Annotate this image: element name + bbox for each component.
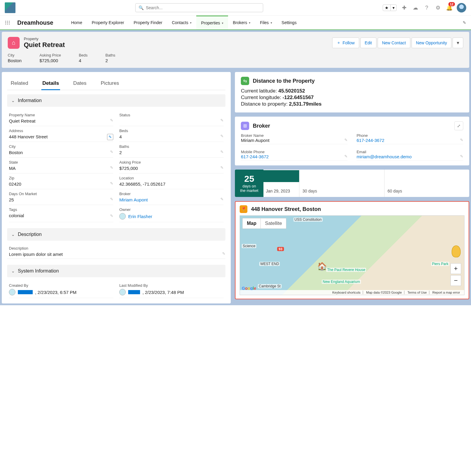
search-icon: 🔍 xyxy=(139,5,144,10)
dom-number: 25 xyxy=(244,174,254,184)
field-price: $725,000 xyxy=(119,166,224,171)
expand-button[interactable]: ⤢ xyxy=(454,121,463,130)
edit-icon[interactable]: ✎ xyxy=(110,150,113,154)
add-icon[interactable]: ✚ xyxy=(400,4,408,12)
edit-icon[interactable]: ✎ xyxy=(344,138,348,142)
edit-icon[interactable]: ✎ xyxy=(110,118,113,123)
record-name: Quiet Retreat xyxy=(24,41,65,49)
chevron-down-icon[interactable]: ▾ xyxy=(222,21,223,25)
terms-link[interactable]: Terms of Use xyxy=(407,291,429,294)
highlight-beds: 4 xyxy=(79,58,88,63)
nav-settings[interactable]: Settings xyxy=(277,16,302,29)
tab-related[interactable]: Related xyxy=(10,77,29,90)
object-label: Property xyxy=(24,37,65,41)
field-beds: 4 xyxy=(119,134,224,139)
zoom-out-button[interactable]: − xyxy=(450,275,461,286)
broker-card: ⊞Broker⤢ Broker NameMiriam Aupont✎ Phone… xyxy=(235,117,469,165)
tab-details[interactable]: Details xyxy=(41,77,60,90)
edit-icon[interactable]: ✎ xyxy=(110,181,113,186)
favorites-button[interactable]: ★▾ xyxy=(383,4,397,11)
tab-pictures[interactable]: Pictures xyxy=(100,77,120,90)
map-canvas[interactable]: MapSatellite USS Constitution Science WE… xyxy=(240,215,464,295)
chevron-down-icon: ⌄ xyxy=(11,269,15,273)
edit-icon[interactable]: ✎ xyxy=(460,154,463,159)
nav-contacts[interactable]: Contacts▾ xyxy=(167,16,196,29)
edit-icon[interactable]: ✎ xyxy=(110,214,113,218)
edit-icon[interactable]: ✎ xyxy=(220,197,224,201)
shortcuts-link[interactable]: Keyboard shortcuts xyxy=(332,291,363,294)
field-modified-by: , 2/23/2023, 7:48 PM xyxy=(119,289,224,295)
notification-badge: 12 xyxy=(448,2,455,6)
map-type-toggle[interactable]: MapSatellite xyxy=(242,218,286,229)
app-launcher-icon[interactable]: ⁝⁝⁝ xyxy=(5,19,10,26)
highlight-baths-label: Baths xyxy=(106,53,115,57)
nav-brokers[interactable]: Brokers▾ xyxy=(228,16,255,29)
app-logo[interactable] xyxy=(5,2,15,13)
notifications-button[interactable]: 🔔12 xyxy=(445,4,453,12)
map-view-button[interactable]: Map xyxy=(243,218,260,228)
section-information[interactable]: ⌄Information xyxy=(7,94,225,107)
follow-button[interactable]: ＋Follow xyxy=(332,37,359,48)
field-city: Boston xyxy=(9,150,113,155)
edit-icon[interactable]: ✎ xyxy=(220,134,224,138)
salesforce-icon[interactable]: ☁ xyxy=(412,4,419,12)
broker-email[interactable]: miriam@dreamhouse.demo xyxy=(357,154,463,159)
app-name: Dreamhouse xyxy=(17,19,53,26)
help-icon[interactable]: ? xyxy=(423,4,431,12)
edit-icon[interactable]: ✎ xyxy=(220,118,224,123)
satellite-view-button[interactable]: Satellite xyxy=(260,218,286,228)
zoom-in-button[interactable]: + xyxy=(450,263,461,274)
edit-icon[interactable]: ✎ xyxy=(110,165,113,170)
section-system[interactable]: ⌄System Information xyxy=(7,265,225,277)
chevron-down-icon[interactable]: ▾ xyxy=(390,5,396,11)
timeline-60: 60 days xyxy=(384,170,469,197)
broker-phone[interactable]: 617-244-3672 xyxy=(357,138,463,143)
tab-dates[interactable]: Dates xyxy=(72,77,87,90)
field-dom: 25 xyxy=(9,197,113,202)
search-input[interactable] xyxy=(146,5,260,10)
new-opportunity-button[interactable]: New Opportunity xyxy=(412,37,451,48)
chevron-down-icon[interactable]: ▾ xyxy=(271,21,272,24)
house-marker-icon[interactable]: 🏠 xyxy=(317,262,327,271)
edit-icon[interactable]: ✎ xyxy=(220,165,224,170)
longitude-value: -122.6451567 xyxy=(282,95,314,100)
owner-link[interactable]: Erin Flasher xyxy=(128,214,152,219)
pegman-icon[interactable] xyxy=(452,245,461,257)
global-search[interactable]: 🔍 xyxy=(135,3,263,12)
edit-icon[interactable]: ✎ xyxy=(220,150,224,154)
chevron-down-icon[interactable]: ▾ xyxy=(249,21,250,24)
report-link[interactable]: Report a map error xyxy=(432,291,462,294)
broker-mobile[interactable]: 617-244-3672 xyxy=(241,154,348,159)
distance-card: ⇆Distance to the Property Current latitu… xyxy=(235,72,469,112)
broker-name: Miriam Aupont xyxy=(241,138,348,143)
edit-icon[interactable]: ✎ xyxy=(110,197,113,201)
property-icon: ⌂ xyxy=(8,37,20,49)
more-actions-button[interactable]: ▼ xyxy=(453,37,463,48)
gear-icon[interactable]: ⚙ xyxy=(434,4,442,12)
field-zip: 02420 xyxy=(9,181,113,187)
edit-icon[interactable]: ✎ xyxy=(222,251,225,256)
nav-files[interactable]: Files▾ xyxy=(255,16,277,29)
chevron-down-icon[interactable]: ▾ xyxy=(190,21,191,24)
section-description[interactable]: ⌄Description xyxy=(7,228,225,241)
new-contact-button[interactable]: New Contact xyxy=(378,37,410,48)
edit-icon[interactable]: ✎ xyxy=(107,134,113,140)
edit-icon[interactable]: ✎ xyxy=(344,154,348,159)
field-created-by: , 2/23/2023, 6:57 PM xyxy=(9,289,113,295)
field-description: Lorem ipsum dolor sit amet xyxy=(9,252,224,257)
nav-property-explorer[interactable]: Property Explorer xyxy=(87,16,129,29)
avatar-icon xyxy=(9,289,15,295)
edit-nav-icon[interactable]: ✎ xyxy=(463,20,466,25)
highlight-beds-label: Beds xyxy=(79,53,88,57)
edit-button[interactable]: Edit xyxy=(360,37,376,48)
field-tags: colonial xyxy=(9,213,113,218)
highlight-baths: 2 xyxy=(106,58,115,63)
chevron-down-icon: ⌄ xyxy=(11,98,15,103)
user-avatar[interactable] xyxy=(457,3,466,12)
distance-value: 2,531.79miles xyxy=(289,101,322,107)
nav-home[interactable]: Home xyxy=(66,16,87,29)
nav-property-finder[interactable]: Property Finder xyxy=(129,16,167,29)
nav-properties[interactable]: Properties▾ xyxy=(196,15,228,29)
edit-icon[interactable]: ✎ xyxy=(460,138,463,142)
broker-link[interactable]: Miriam Aupont xyxy=(119,197,148,202)
